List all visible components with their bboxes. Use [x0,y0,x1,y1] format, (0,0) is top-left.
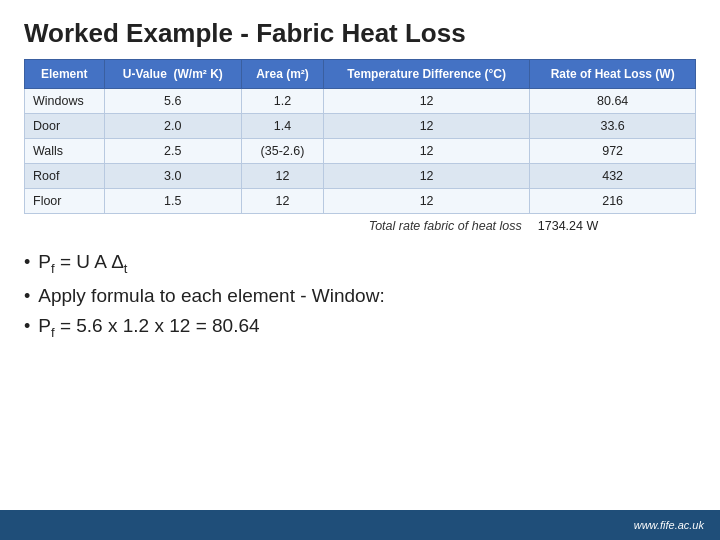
cell-area: (35-2.6) [242,139,324,164]
bullet-text-1: Pf = U A Δt [38,250,127,278]
total-value: 1734.24 W [530,214,696,239]
cell-heatloss: 972 [530,139,696,164]
bullet-text-3: Pf = 5.6 x 1.2 x 12 = 80.64 [38,314,259,342]
cell-heatloss: 80.64 [530,89,696,114]
bullet-dot: • [24,252,30,273]
cell-temp: 12 [323,189,529,214]
cell-element: Door [25,114,105,139]
cell-element: Windows [25,89,105,114]
cell-temp: 12 [323,139,529,164]
cell-heatloss: 216 [530,189,696,214]
col-header-temp: Temperature Difference (°C) [323,60,529,89]
bullet-dot: • [24,286,30,307]
col-header-element: Element [25,60,105,89]
cell-uvalue: 5.6 [104,89,241,114]
cell-area: 12 [242,189,324,214]
col-header-heatloss: Rate of Heat Loss (W) [530,60,696,89]
table-area: Element U-Value (W/m² K) Area (m²) Tempe… [0,59,720,238]
bullet-text-2: Apply formula to each element - Window: [38,284,384,309]
total-row: Total rate fabric of heat loss 1734.24 W [25,214,696,239]
table-row: Windows 5.6 1.2 12 80.64 [25,89,696,114]
table-row: Walls 2.5 (35-2.6) 12 972 [25,139,696,164]
data-table: Element U-Value (W/m² K) Area (m²) Tempe… [24,59,696,238]
cell-uvalue: 2.0 [104,114,241,139]
cell-element: Walls [25,139,105,164]
cell-uvalue: 3.0 [104,164,241,189]
bullet-dot: • [24,316,30,337]
cell-temp: 12 [323,89,529,114]
cell-area: 1.2 [242,89,324,114]
footer-url: www.fife.ac.uk [634,519,704,531]
cell-area: 1.4 [242,114,324,139]
table-row: Floor 1.5 12 12 216 [25,189,696,214]
total-label: Total rate fabric of heat loss [25,214,530,239]
cell-heatloss: 33.6 [530,114,696,139]
cell-uvalue: 2.5 [104,139,241,164]
bullet-area: • Pf = U A Δt • Apply formula to each el… [0,238,720,510]
cell-area: 12 [242,164,324,189]
page-container: Worked Example - Fabric Heat Loss Elemen… [0,0,720,540]
col-header-area: Area (m²) [242,60,324,89]
cell-element: Roof [25,164,105,189]
cell-uvalue: 1.5 [104,189,241,214]
col-header-uvalue: U-Value (W/m² K) [104,60,241,89]
footer-bar: www.fife.ac.uk [0,510,720,540]
cell-temp: 12 [323,114,529,139]
cell-element: Floor [25,189,105,214]
bullet-item-2: • Apply formula to each element - Window… [24,284,696,309]
table-row: Roof 3.0 12 12 432 [25,164,696,189]
cell-temp: 12 [323,164,529,189]
bullet-item-3: • Pf = 5.6 x 1.2 x 12 = 80.64 [24,314,696,342]
page-title: Worked Example - Fabric Heat Loss [24,18,466,48]
title-area: Worked Example - Fabric Heat Loss [0,0,720,59]
bullet-item-1: • Pf = U A Δt [24,250,696,278]
cell-heatloss: 432 [530,164,696,189]
table-row: Door 2.0 1.4 12 33.6 [25,114,696,139]
